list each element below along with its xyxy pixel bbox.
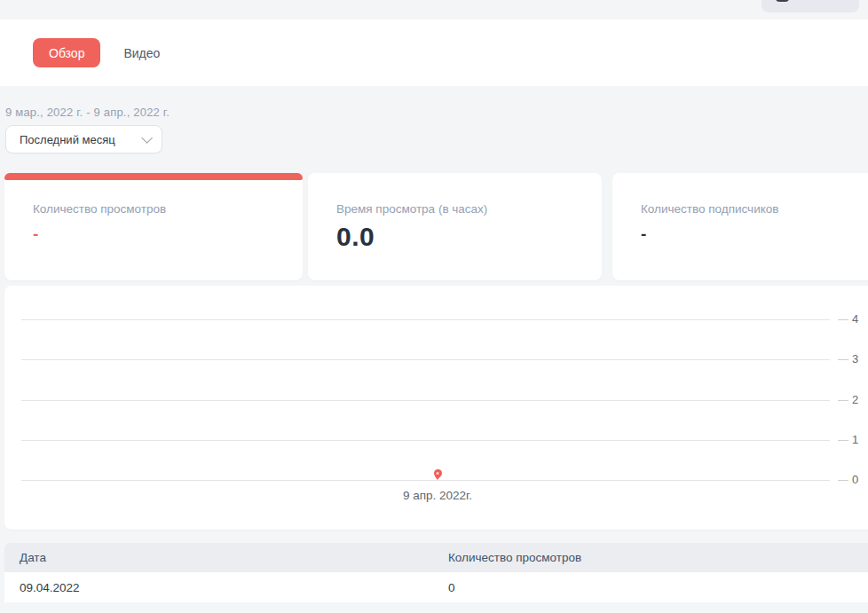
chart-gridline [21, 440, 830, 441]
column-header-views: Количество просмотров [448, 551, 868, 564]
chart-y-tick [838, 359, 848, 360]
header-action-button[interactable] [761, 0, 859, 12]
chart-y-tick [838, 440, 848, 441]
period-select[interactable]: Последний месяц [5, 125, 162, 153]
chart-gridline [21, 400, 830, 401]
data-point-marker[interactable] [434, 469, 442, 477]
column-header-date: Дата [4, 551, 448, 564]
views-table: Дата Количество просмотров 09.04.2022 0 [4, 543, 868, 602]
chart-y-tick [838, 480, 848, 481]
chart-y-tick [838, 319, 848, 320]
stat-card-value: 0.0 [336, 222, 375, 252]
table-header-row: Дата Количество просмотров [4, 543, 868, 572]
stat-card-value: - [641, 224, 647, 244]
chart-gridline [21, 319, 830, 320]
cell-date: 09.04.2022 [4, 581, 448, 594]
cell-views: 0 [448, 581, 868, 594]
chart-y-tick-label: 1 [852, 433, 868, 446]
period-select-value: Последний месяц [20, 133, 115, 146]
chart-gridline [21, 359, 830, 360]
tab-video[interactable]: Видео [116, 46, 167, 60]
chart-y-tick-label: 4 [852, 312, 868, 326]
stat-card-value: - [33, 224, 39, 244]
chevron-down-icon [141, 132, 153, 144]
stat-card-watch-time: Время просмотра (в часах) 0.0 [308, 173, 602, 280]
chart-gridline [21, 480, 830, 481]
chart-y-tick-label: 0 [852, 473, 868, 486]
stat-card-views: Количество просмотров - [4, 173, 303, 280]
chart-y-tick-label: 3 [852, 352, 868, 365]
chart-y-tick [838, 400, 848, 401]
stat-card-label: Время просмотра (в часах) [336, 202, 487, 216]
date-range-label: 9 мар., 2022 г. - 9 апр., 2022 г. [5, 106, 170, 119]
tab-bar: Обзор Видео [0, 20, 868, 86]
chart-x-tick-label: 9 апр. 2022г. [403, 489, 472, 502]
stat-card-subscribers: Количество подписчиков - [612, 173, 868, 280]
export-icon [776, 0, 789, 2]
stat-card-label: Количество просмотров [33, 202, 166, 216]
table-row[interactable]: 09.04.2022 0 [4, 572, 868, 602]
tab-overview[interactable]: Обзор [33, 38, 100, 67]
chart-y-tick-label: 2 [852, 393, 868, 406]
views-chart: 9 апр. 2022г. 43210 [4, 286, 868, 530]
stat-card-label: Количество подписчиков [641, 202, 778, 216]
